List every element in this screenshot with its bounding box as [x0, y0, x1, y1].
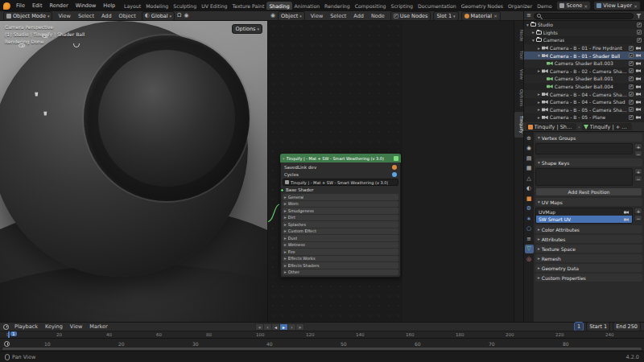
outliner-row-camera-shader-ball-003[interactable]: Camera Shader Ball.003: [524, 60, 644, 68]
outliner-row-camera-shader-ball-004[interactable]: Camera Shader Ball.004: [524, 83, 644, 91]
workspace-tab-uv-editing[interactable]: UV Editing: [199, 2, 229, 10]
workspace-tab-layout[interactable]: Layout: [122, 2, 143, 10]
shader-menu-node[interactable]: Node: [368, 12, 388, 20]
camera-toggle-icon[interactable]: [636, 93, 642, 97]
filter-icon[interactable]: [636, 14, 642, 19]
shader-menu-add[interactable]: Add: [350, 12, 367, 20]
timeline-menu-view[interactable]: View: [67, 323, 85, 331]
shader-menu-view[interactable]: View: [308, 12, 326, 20]
camera-toggle-icon[interactable]: [636, 61, 642, 65]
menu-render[interactable]: Render: [46, 2, 71, 10]
panel-attributes[interactable]: ▸Attributes: [535, 235, 642, 243]
camera-icon[interactable]: [624, 210, 630, 214]
checkbox-icon[interactable]: [629, 115, 634, 120]
checkbox-icon[interactable]: [637, 30, 642, 35]
outliner-row-camera-shader-ball-001[interactable]: Camera Shader Ball.001: [524, 75, 644, 83]
checkbox-icon[interactable]: [629, 107, 634, 112]
vertex-groups-panel-header[interactable]: ▾ Vertex Groups: [535, 134, 642, 142]
timeline-menu-marker[interactable]: Marker: [86, 323, 110, 331]
checkbox-icon[interactable]: [637, 23, 642, 27]
shader-menu-select[interactable]: Select: [327, 12, 349, 20]
node-section-effects-works[interactable]: ▸Effects Works: [283, 256, 398, 262]
workspace-tab-texture-paint[interactable]: Texture Paint: [229, 2, 266, 10]
menu-edit[interactable]: Edit: [29, 2, 46, 10]
viewport-canvas[interactable]: Camera Perspective(1) Studio | Tinquify …: [0, 21, 267, 322]
node-section-dust[interactable]: ▸Dust: [283, 235, 398, 241]
workspace-tab-documentation[interactable]: Documentation: [415, 2, 459, 10]
properties-tab-view-layer[interactable]: ▦: [525, 164, 534, 173]
panel-remesh[interactable]: ▸Remesh: [535, 254, 642, 262]
uv-maps-panel-header[interactable]: ▾ UV Maps: [535, 198, 642, 206]
viewport-menu-add[interactable]: Add: [98, 12, 115, 20]
workspace-tab-animation[interactable]: Animation: [292, 2, 323, 10]
viewport-menu-view[interactable]: View: [55, 12, 73, 20]
node-section-custom-effect[interactable]: ▸Custom Effect: [283, 228, 398, 235]
properties-tab-tool[interactable]: ⊕: [525, 134, 534, 142]
checkbox-icon[interactable]: [629, 46, 634, 51]
checkbox-icon[interactable]: [629, 92, 634, 97]
node-editor-canvas[interactable]: ▾ Tinquify | - Mat + SW - Smart Weatheri…: [267, 21, 402, 322]
outliner-row-camera-b-05-camera-shader-b[interactable]: ▸Camera - B - 05 - Camera Shader B: [524, 106, 644, 114]
slot-selector[interactable]: Slot 1 ▾: [433, 11, 458, 21]
blender-logo-icon[interactable]: [3, 2, 10, 10]
mode-selector[interactable]: Object Mode ▾: [3, 11, 52, 21]
add-rest-position-button[interactable]: Add Rest Position: [535, 187, 642, 196]
properties-tab-object[interactable]: ■: [525, 194, 534, 203]
camera-toggle-icon[interactable]: [636, 115, 642, 119]
timeline-menu-playback[interactable]: Playback: [11, 323, 41, 331]
outliner-row-camera-b-04-camera-shad[interactable]: ▸Camera - B - 04 - Camera Shad: [524, 98, 644, 106]
expand-icon[interactable]: ▸: [538, 46, 540, 51]
shader-type-selector[interactable]: Object ▾: [278, 11, 305, 21]
camera-toggle-icon[interactable]: [636, 54, 642, 58]
camera-toggle-icon[interactable]: [636, 108, 642, 112]
outliner-row-camera-b-04-camera-shader-b[interactable]: ▸Camera - B - 04 - Camera Shader B: [524, 90, 644, 98]
expand-icon[interactable]: ▸: [538, 68, 540, 73]
node-header[interactable]: ▾ Tinquify | - Mat + SW - Smart Weatheri…: [280, 154, 401, 162]
cycles-icon[interactable]: [392, 172, 397, 177]
node-section-other[interactable]: ▸Other: [283, 269, 398, 276]
expand-icon[interactable]: ▸: [532, 30, 535, 35]
option-icon[interactable]: [392, 165, 397, 170]
breadcrumb-item[interactable]: Tinquify | Shad...: [526, 123, 576, 130]
properties-tab-output[interactable]: ▤: [525, 154, 534, 162]
expand-icon[interactable]: ▸: [538, 100, 540, 105]
outliner-row-camera-b-01-shader-ball[interactable]: ▾Camera - B - 01 - Shader Ball: [524, 51, 644, 60]
expand-icon[interactable]: ▸: [538, 107, 540, 112]
unlink-view-layer-icon[interactable]: ×: [634, 3, 638, 9]
camera-toggle-icon[interactable]: [636, 84, 642, 88]
use-nodes-toggle[interactable]: Use Nodes: [390, 11, 431, 21]
material-datablock[interactable]: Material ×: [461, 11, 501, 21]
vertex-groups-list[interactable]: [535, 143, 633, 154]
outliner-row-lights[interactable]: ▸Lights: [524, 29, 644, 37]
timeline-ruler[interactable]: 1 020406080100120140160180200220240: [0, 331, 644, 338]
node-section-splashes[interactable]: ▸Splashes: [283, 221, 398, 228]
node-section-wetness[interactable]: ▸Wetness: [283, 242, 398, 249]
panel-geometry-data[interactable]: ▸Geometry Data: [535, 264, 642, 272]
remove-button[interactable]: −: [634, 150, 642, 157]
camera-toggle-icon[interactable]: [636, 76, 642, 80]
node-option-row[interactable]: Cycles: [283, 171, 398, 178]
expand-icon[interactable]: ▾: [538, 53, 540, 58]
add-button[interactable]: +: [634, 143, 642, 150]
checkbox-icon[interactable]: [629, 68, 634, 73]
expand-icon[interactable]: ▾: [526, 23, 529, 27]
workspace-tab-demo[interactable]: Demo: [535, 2, 554, 10]
collapse-icon[interactable]: ▾: [283, 156, 285, 161]
scene-selector[interactable]: Scene ×: [556, 1, 591, 10]
workspace-tab-geometry-nodes[interactable]: Geometry Nodes: [459, 2, 506, 10]
panel-color-attributes[interactable]: ▸Color Attributes: [535, 225, 642, 233]
node-section-worn[interactable]: ▸Worn: [283, 201, 398, 208]
properties-tab-modifiers[interactable]: ⚙: [525, 204, 534, 213]
properties-tab-physics[interactable]: ○: [525, 224, 534, 233]
node-section-fire[interactable]: ▸Fire: [283, 249, 398, 255]
proportional-edit-icon[interactable]: ◉: [184, 13, 188, 19]
viewport-menu-select[interactable]: Select: [75, 12, 97, 20]
node-option-row[interactable]: SavedLink dev: [283, 164, 398, 171]
properties-tab-constraints[interactable]: ≡: [525, 234, 534, 243]
shape-keys-panel-header[interactable]: ▾ Shape Keys: [535, 158, 642, 167]
checkbox-icon[interactable]: [629, 61, 634, 66]
tinquify-node[interactable]: ▾ Tinquify | - Mat + SW - Smart Weatheri…: [280, 154, 401, 278]
timeline-strip[interactable]: 1020304050607080: [0, 338, 644, 351]
node-section-dirt[interactable]: ▸Dirt: [283, 215, 398, 221]
remove-button[interactable]: −: [634, 175, 642, 182]
